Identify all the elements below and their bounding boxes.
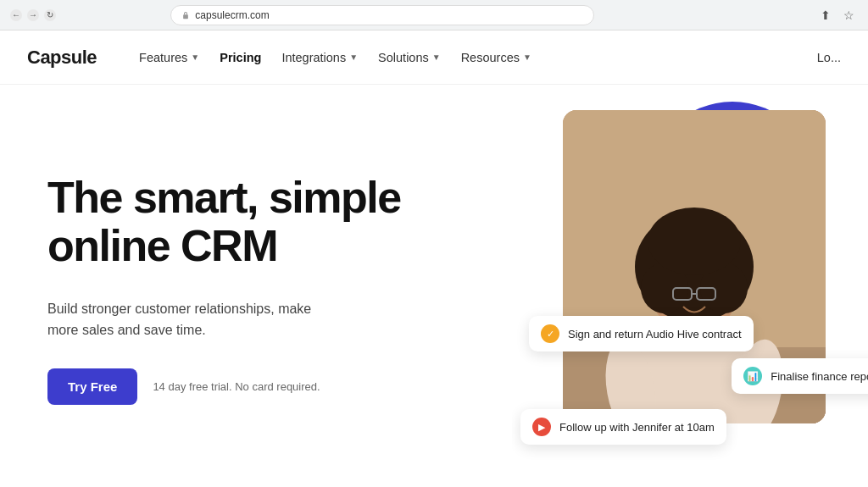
nav-features[interactable]: Features ▼ (131, 46, 208, 69)
browser-controls: ← → ↻ (10, 9, 56, 21)
notification-3: ▶ Follow up with Jennifer at 10am (520, 409, 726, 445)
resources-chevron-icon: ▼ (523, 53, 531, 62)
notification-2: 📊 Finalise finance repo... (732, 358, 868, 394)
navbar: Capsule Features ▼ Pricing Integrations … (0, 30, 868, 85)
bookmark-button[interactable]: ☆ (841, 7, 858, 24)
back-button[interactable]: ← (10, 9, 22, 21)
share-button[interactable]: ⬆ (817, 7, 834, 24)
nav-links: Features ▼ Pricing Integrations ▼ Soluti… (131, 46, 817, 69)
svg-rect-0 (183, 14, 188, 19)
hero-headline: The smart, simple online CRM (47, 174, 403, 270)
notification-2-icon: 📊 (743, 367, 762, 385)
main-content: The smart, simple online CRM Build stron… (0, 85, 868, 487)
nav-login[interactable]: Lo... (817, 51, 841, 64)
logo[interactable]: Capsule (27, 47, 97, 69)
solutions-chevron-icon: ▼ (432, 53, 441, 62)
hero-subtext: Build stronger customer relationships, m… (47, 298, 336, 341)
integrations-chevron-icon: ▼ (349, 53, 358, 62)
svg-point-9 (648, 208, 741, 275)
address-bar[interactable]: capsulecrm.com (170, 5, 594, 25)
nav-integrations[interactable]: Integrations ▼ (273, 46, 366, 69)
trial-text: 14 day free trial. No card required. (153, 380, 320, 393)
browser-actions: ⬆ ☆ (817, 7, 858, 24)
lock-icon (181, 11, 190, 19)
notification-1-text: Sign and return Audio Hive contract (568, 328, 742, 340)
browser-chrome: ← → ↻ capsulecrm.com ⬆ ☆ (0, 0, 868, 30)
nav-resources[interactable]: Resources ▼ (453, 46, 540, 69)
notification-2-text: Finalise finance repo... (771, 370, 868, 383)
forward-button[interactable]: → (27, 9, 39, 21)
notification-3-icon: ▶ (532, 418, 551, 436)
nav-pricing[interactable]: Pricing (211, 46, 270, 69)
notification-1-icon: ✓ (541, 324, 559, 343)
hero-right: ✓ Sign and return Audio Hive contract 📊 … (512, 85, 868, 487)
notification-1: ✓ Sign and return Audio Hive contract (529, 316, 754, 351)
features-chevron-icon: ▼ (191, 53, 199, 62)
try-free-button[interactable]: Try Free (47, 368, 137, 405)
hero-left: The smart, simple online CRM Build stron… (0, 85, 512, 487)
cta-row: Try Free 14 day free trial. No card requ… (47, 368, 478, 405)
notification-3-text: Follow up with Jennifer at 10am (559, 421, 715, 434)
url-text: capsulecrm.com (195, 9, 269, 21)
nav-solutions[interactable]: Solutions ▼ (370, 46, 449, 69)
reload-button[interactable]: ↻ (44, 9, 56, 21)
